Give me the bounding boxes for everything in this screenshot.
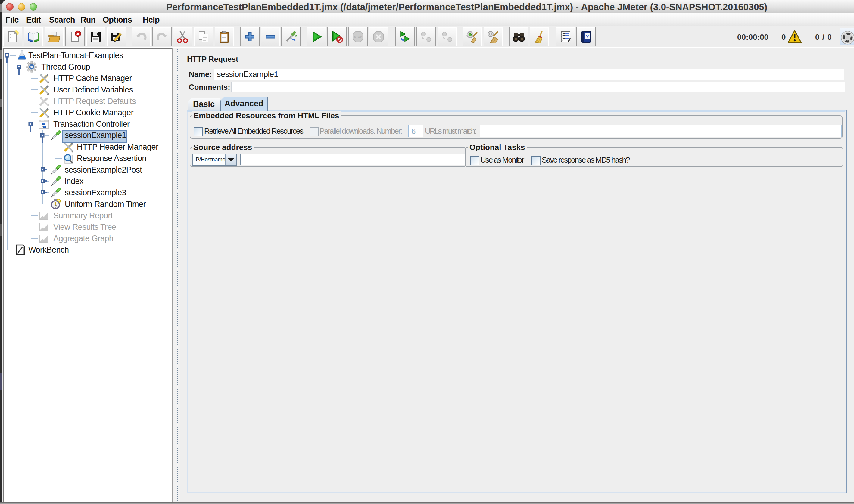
- svg-text:?: ?: [586, 34, 589, 39]
- svg-text:STOP: STOP: [354, 35, 362, 38]
